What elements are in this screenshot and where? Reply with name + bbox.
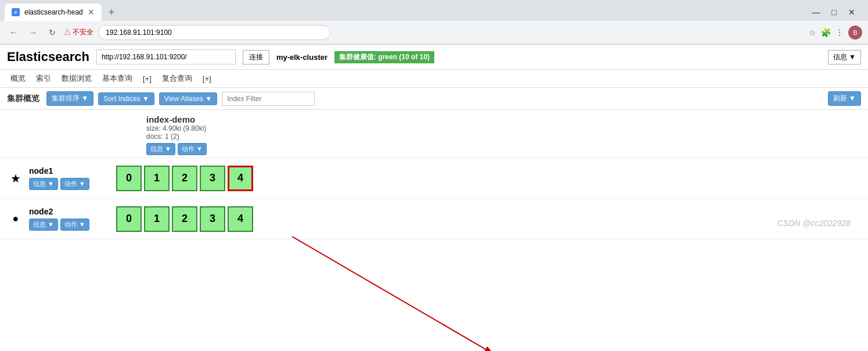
tab-data-browser[interactable]: 数据浏览 — [58, 72, 95, 85]
index-info-button[interactable]: 信息 ▼ — [146, 143, 175, 155]
tab-compound-query-add[interactable]: [+] — [199, 73, 215, 84]
node1-shards: 0 1 2 3 4 — [116, 166, 253, 191]
extensions-icon[interactable]: 🧩 — [821, 28, 831, 37]
tab-favicon: e — [12, 8, 20, 16]
cluster-name: my-elk-cluster — [276, 53, 327, 62]
node-circle-icon: ● — [13, 213, 19, 225]
node2-info-button[interactable]: 信息 ▼ — [29, 219, 58, 231]
index-size: size: 4.90ki (9.80ki) — [146, 124, 207, 132]
tab-basic-query-add[interactable]: [+] — [139, 73, 155, 84]
browser-forward-button[interactable]: → — [26, 27, 41, 38]
watermark: CSDN @cc2022928 — [777, 219, 851, 228]
sort-indices-button[interactable]: Sort Indices ▼ — [98, 92, 154, 105]
connect-url-input[interactable] — [96, 49, 236, 65]
node1-info-button[interactable]: 信息 ▼ — [29, 178, 58, 190]
window-minimize-button[interactable]: — — [809, 6, 824, 18]
node-row: ● node2 信息 ▼ 动作 ▼ 0 1 2 3 4 — [0, 199, 868, 239]
node-name: node2 — [29, 207, 110, 216]
cluster-health-badge: 集群健康值: green (10 of 10) — [334, 51, 434, 63]
tab-basic-query[interactable]: 基本查询 — [99, 72, 136, 85]
shard-cell[interactable]: 3 — [200, 206, 225, 232]
shard-cell[interactable]: 0 — [116, 166, 142, 191]
window-maximize-button[interactable]: □ — [829, 6, 840, 18]
shard-cell[interactable]: 0 — [116, 206, 142, 232]
browser-tab[interactable]: e elasticsearch-head ✕ — [5, 3, 102, 21]
bookmark-icon[interactable]: ☆ — [809, 28, 816, 37]
shard-cell[interactable]: 1 — [144, 166, 170, 191]
tab-title: elasticsearch-head — [24, 8, 83, 16]
index-action-button[interactable]: 动作 ▼ — [178, 143, 207, 155]
master-star-icon: ★ — [10, 171, 21, 185]
index-filter-input[interactable] — [222, 92, 315, 106]
new-tab-button[interactable]: + — [104, 5, 120, 20]
node2-shards: 0 1 2 3 4 — [116, 206, 253, 232]
app-logo: Elasticsearch — [7, 49, 89, 65]
shard-cell[interactable]: 1 — [144, 206, 170, 232]
window-close-button[interactable]: ✕ — [845, 6, 859, 18]
cluster-overview-title: 集群概览 — [7, 94, 39, 104]
node2-action-button[interactable]: 动作 ▼ — [60, 219, 89, 231]
shard-cell[interactable]: 2 — [172, 206, 197, 232]
address-bar-input[interactable] — [98, 25, 330, 40]
browser-reload-button[interactable]: ↻ — [45, 27, 59, 38]
view-aliases-button[interactable]: View Aliases ▼ — [159, 92, 217, 105]
tab-indices[interactable]: 索引 — [33, 72, 55, 85]
refresh-button[interactable]: 刷新 ▼ — [828, 91, 861, 106]
shard-cell[interactable]: 3 — [200, 166, 225, 191]
connect-button[interactable]: 连接 — [243, 50, 269, 65]
menu-icon[interactable]: ⋮ — [835, 28, 844, 37]
tab-compound-query[interactable]: 复合查询 — [159, 72, 196, 85]
tab-overview[interactable]: 概览 — [7, 72, 29, 85]
index-name: index-demo — [146, 114, 207, 124]
info-dropdown-button[interactable]: 信息 ▼ — [828, 50, 861, 65]
avatar: B — [848, 26, 862, 40]
svg-line-0 — [292, 237, 494, 351]
node1-action-button[interactable]: 动作 ▼ — [60, 178, 89, 190]
index-docs: docs: 1 (2) — [146, 132, 207, 141]
node-row: ★ node1 信息 ▼ 动作 ▼ 0 1 2 3 4 — [0, 158, 868, 199]
node-name: node1 — [29, 166, 110, 176]
browser-back-button[interactable]: ← — [6, 27, 21, 38]
cluster-sort-button[interactable]: 集群排序 ▼ — [46, 91, 93, 106]
shard-cell[interactable]: 4 — [228, 206, 253, 232]
security-warning: △ 不安全 — [64, 27, 93, 37]
shard-cell-highlighted[interactable]: 4 — [228, 166, 253, 191]
shard-cell[interactable]: 2 — [172, 166, 197, 191]
tab-close-icon[interactable]: ✕ — [88, 8, 95, 17]
